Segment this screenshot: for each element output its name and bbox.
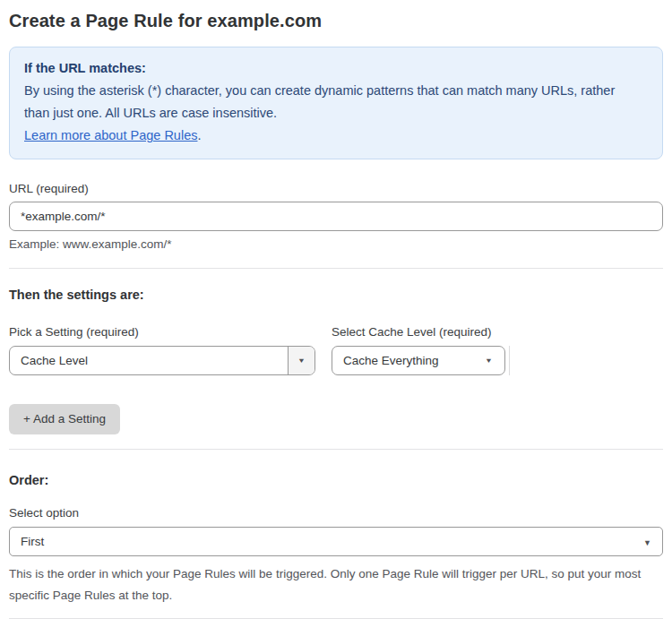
cache-level-column: Select Cache Level (required) Cache Ever… (332, 302, 510, 375)
order-helper-text: This is the order in which your Page Rul… (9, 563, 654, 606)
url-field-helper: Example: www.example.com/* (9, 237, 663, 251)
url-input[interactable] (9, 202, 663, 231)
setting-picker-label: Pick a Setting (required) (9, 325, 315, 339)
cache-level-label: Select Cache Level (required) (332, 325, 510, 339)
url-match-info-box: If the URL matches: By using the asteris… (9, 47, 663, 159)
settings-row: Pick a Setting (required) Cache Level ▼ … (9, 302, 663, 375)
cache-level-value: Cache Everything (332, 354, 485, 367)
chevron-down-icon: ▼ (297, 357, 306, 365)
info-box-link-line: Learn more about Page Rules. (24, 125, 648, 147)
url-field-label: URL (required) (9, 182, 663, 195)
order-section-heading: Order: (9, 473, 663, 487)
settings-section-heading: Then the settings are: (9, 288, 663, 302)
cache-level-row: Cache Everything ▼ (332, 339, 510, 375)
setting-picker-value: Cache Level (10, 354, 288, 367)
dropdown-arrow-button[interactable]: ▼ (288, 347, 314, 374)
page-title: Create a Page Rule for example.com (9, 11, 663, 31)
create-page-rule-panel: Create a Page Rule for example.com If th… (0, 0, 672, 619)
info-box-heading: If the URL matches: (24, 57, 648, 80)
order-select-label: Select option (9, 506, 663, 520)
add-setting-button[interactable]: + Add a Setting (9, 404, 120, 434)
setting-picker-column: Pick a Setting (required) Cache Level ▼ (9, 302, 315, 375)
divider (9, 268, 663, 269)
order-select[interactable]: First ▼ (9, 527, 663, 556)
order-select-value: First (10, 535, 643, 548)
info-box-body: By using the asterisk (*) character, you… (24, 80, 642, 125)
learn-more-link[interactable]: Learn more about Page Rules (24, 128, 197, 142)
chevron-down-icon: ▼ (643, 535, 662, 548)
divider (9, 449, 663, 450)
chevron-down-icon: ▼ (485, 357, 504, 365)
cache-level-select[interactable]: Cache Everything ▼ (332, 346, 505, 375)
link-suffix: . (197, 128, 201, 142)
setting-row-end-rule (509, 346, 510, 375)
setting-picker-select[interactable]: Cache Level ▼ (9, 346, 315, 375)
